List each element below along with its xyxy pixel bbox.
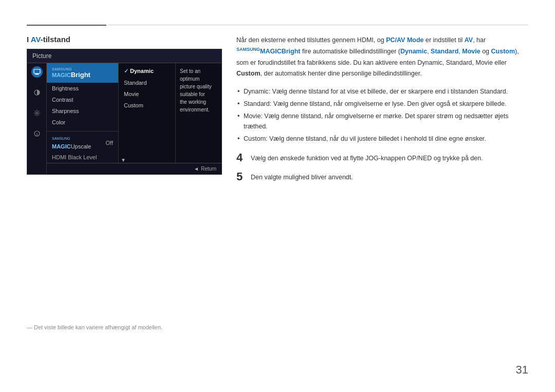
svg-rect-2: [35, 74, 39, 75]
bullet-custom-label: Custom: [244, 135, 266, 142]
tv-sub-menu: Dynamic Standard Movie Custom: [119, 63, 175, 174]
tv-sub-custom-label: Custom: [124, 102, 143, 108]
step-4-row: 4 Vælg den ønskede funktion ved at flytt…: [236, 151, 528, 164]
bullet-dynamic-end: .: [506, 88, 508, 95]
intro-paragraph: Når den eksterne enhed tilsluttes gennem…: [236, 35, 528, 79]
bullet-movie-label: Movie: [244, 113, 261, 120]
step-5-row: 5 Den valgte mulighed bliver anvendt.: [236, 170, 528, 183]
section-title-area: I AV-tilstand: [27, 35, 70, 44]
tv-hdmi-row: HDMI Black Level: [47, 152, 118, 162]
section-title: I AV-tilstand: [27, 35, 70, 44]
tv-sub-movie: Movie: [119, 88, 175, 100]
tv-sub-movie-label: Movie: [124, 91, 139, 97]
tv-desc-line1: Set to an optimum: [180, 68, 200, 82]
intro-pcav: PC/AV Mode: [386, 36, 423, 44]
bullet-dynamic-label: Dynamic: [244, 88, 269, 95]
upscale-magic: MAGIC: [52, 143, 71, 150]
tv-sub-standard-label: Standard: [124, 80, 147, 86]
step-4-num: 4: [236, 151, 251, 164]
section-title-suffix: -tilstand: [41, 35, 70, 44]
tv-sub-dynamic: Dynamic: [119, 65, 175, 77]
tv-icon-info: i: [31, 128, 43, 139]
magic-magic-label: MAGIC: [52, 72, 71, 78]
step-5-text: Den valgte mulighed bliver anvendt.: [251, 170, 353, 182]
svg-text:i: i: [36, 132, 37, 137]
bullet-movie-text: : Vælg denne tilstand, når omgivelserne …: [244, 113, 508, 130]
section-line-right: [108, 25, 528, 25]
tv-bottom-bar: ◄ Return: [47, 163, 221, 174]
tv-desc-line5: environment.: [180, 107, 210, 113]
tv-menu-header: Picture: [27, 49, 221, 63]
footer-note-text: Det viste billede kan variere afhængigt …: [34, 324, 162, 330]
return-arrow-icon: ◄: [194, 166, 199, 172]
footer-note: Det viste billede kan variere afhængigt …: [27, 324, 162, 330]
tv-upscale-row: SAMSUNG MAGICUpscale Off: [47, 134, 118, 152]
step-4-text: Vælg den ønskede funktion ved at flytte …: [251, 151, 483, 163]
upscale-value: Off: [106, 140, 113, 146]
tv-sub-standard: Standard: [119, 77, 175, 88]
svg-rect-1: [35, 73, 39, 74]
bullet-standard-label: Standard: [244, 100, 270, 107]
bullet-standard-text: : Vælg denne tilstand, når omgivelserne …: [270, 100, 507, 107]
bullet-dynamic-text: : Vælg denne tilstand for at vise et bil…: [269, 88, 480, 95]
tv-color-label: Color: [52, 119, 65, 125]
tv-hdmi-label: HDMI Black Level: [52, 154, 97, 160]
intro-standard-inline: Standard: [431, 48, 458, 55]
tv-left-icons: i: [27, 63, 47, 174]
page-number: 31: [516, 363, 528, 377]
bullet-movie: Movie: Vælg denne tilstand, når omgivels…: [236, 111, 528, 132]
section-title-prefix: I: [27, 35, 31, 44]
bullet-dynamic: Dynamic: Vælg denne tilstand for at vise…: [236, 86, 528, 97]
svg-rect-0: [34, 69, 40, 73]
section-title-av: AV: [31, 35, 41, 44]
tv-icon-contrast: [31, 87, 43, 98]
intro-custom2: Custom: [236, 70, 261, 77]
upscale-label: Upscale: [71, 143, 91, 150]
intro-movie-inline: Movie: [462, 48, 480, 55]
tv-magic-bright-item: SAMSUNG MAGICBright: [47, 63, 118, 83]
step-5-num: 5: [236, 170, 251, 183]
tv-desc: Set to an optimum picture quality suitab…: [175, 63, 221, 174]
tv-icon-settings: [31, 107, 43, 119]
tv-menu-sharpness: Sharpness: [47, 105, 118, 117]
tv-sharpness-label: Sharpness: [52, 108, 79, 114]
return-label: Return: [201, 166, 216, 172]
upscale-samsung: SAMSUNG: [52, 137, 70, 140]
tv-scroll-down-icon: ▼: [121, 157, 126, 163]
tv-brightness-label: Brightness: [52, 85, 79, 91]
intro-custom-inline: Custom: [491, 48, 515, 55]
tv-upscale-section: SAMSUNG MAGICUpscale Off HDMI Black Leve…: [47, 131, 118, 162]
tv-desc-line2: picture quality: [180, 84, 212, 89]
intro-av: AV: [465, 36, 473, 44]
tv-menu-brightness: Brightness: [47, 83, 118, 94]
tv-desc-line3: suitable for: [180, 91, 205, 97]
tv-upscale-text: SAMSUNG MAGICUpscale: [52, 137, 106, 150]
bullet-custom-text: : Vælg denne tilstand, når du vil juster…: [266, 135, 486, 142]
tv-menu-mockup: Picture: [27, 49, 222, 175]
bullet-list: Dynamic: Vælg denne tilstand for at vise…: [236, 86, 528, 144]
content-area: Når den eksterne enhed tilsluttes gennem…: [236, 35, 528, 189]
tv-sub-dynamic-label: Dynamic: [130, 68, 154, 74]
magic-samsung-label: SAMSUNG: [52, 67, 113, 71]
bullet-standard: Standard: Vælg denne tilstand, når omgiv…: [236, 99, 528, 109]
tv-sub-custom: Custom: [119, 100, 175, 111]
bullet-dynamic-standard: Standard: [480, 88, 506, 95]
intro-dynamic-inline: Dynamic: [400, 48, 427, 55]
tv-desc-line4: the working: [180, 99, 206, 105]
tv-contrast-label: Contrast: [52, 97, 73, 103]
section-line-left: [27, 25, 106, 26]
intro-bright: Bright: [282, 48, 301, 55]
tv-main-menu: SAMSUNG MAGICBright Brightness Contrast …: [47, 63, 119, 174]
tv-desc-text: Set to an optimum picture quality suitab…: [180, 67, 217, 114]
tv-menu-header-label: Picture: [32, 52, 51, 60]
bullet-custom: Custom: Vælg denne tilstand, når du vil …: [236, 134, 528, 144]
intro-magic: MAGIC: [260, 48, 282, 55]
intro-samsung-super: SAMSUNG: [236, 47, 260, 52]
svg-point-4: [36, 112, 38, 114]
tv-menu-contrast: Contrast: [47, 94, 118, 105]
magic-bright-label: Bright: [71, 71, 90, 79]
tv-icon-display: [31, 66, 43, 78]
tv-menu-color: Color: [47, 117, 118, 128]
